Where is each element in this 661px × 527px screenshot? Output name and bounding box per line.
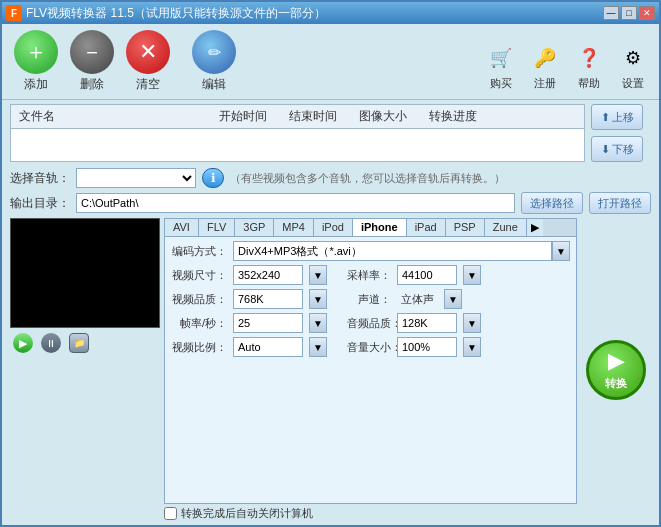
move-down-button[interactable]: ⬇ 下移 [591,136,643,162]
format-tabs: AVI FLV 3GP MP4 iPod iPhone iPad PSP Zun… [164,218,577,236]
file-list-header: 文件名 开始时间 结束时间 图像大小 转换进度 [11,105,584,129]
file-list-body [11,129,584,161]
audio-track-label: 选择音轨： [10,170,70,187]
clear-icon: ✕ [126,30,170,74]
tab-flv[interactable]: FLV [199,219,235,236]
delete-button[interactable]: － 删除 [66,30,118,93]
shutdown-label: 转换完成后自动关闭计算机 [181,506,313,521]
video-quality-spin[interactable]: ▼ [309,289,327,309]
main-window: F FLV视频转换器 11.5（试用版只能转换源文件的一部分） — □ ✕ ＋ … [0,0,661,527]
volume-input[interactable] [397,337,457,357]
tab-zune[interactable]: Zune [485,219,527,236]
toolbar: ＋ 添加 － 删除 ✕ 清空 ✏ 编辑 🛒 购买 🔑 注册 ❓ [2,24,659,100]
codec-input[interactable] [233,241,552,261]
audio-track-row: 选择音轨： ℹ （有些视频包含多个音轨，您可以选择音轨后再转换。） [10,168,651,188]
audio-channel-spin[interactable]: ▼ [444,289,462,309]
help-button[interactable]: ❓ 帮助 [571,42,607,91]
bottom-area: ▶ ⏸ 📁 AVI FLV 3GP MP4 [10,218,651,521]
register-label: 注册 [534,76,556,91]
file-section: 文件名 开始时间 结束时间 图像大小 转换进度 ⬆ 上移 ⬇ 下移 [10,104,651,162]
aspect-ratio-label: 视频比例： [171,340,227,355]
move-up-button[interactable]: ⬆ 上移 [591,104,643,130]
move-up-label: 上移 [612,110,634,125]
minimize-button[interactable]: — [603,6,619,20]
video-size-input[interactable] [233,265,303,285]
settings-label: 设置 [622,76,644,91]
main-content: 文件名 开始时间 结束时间 图像大小 转换进度 ⬆ 上移 ⬇ 下移 [2,100,659,525]
tab-iphone[interactable]: iPhone [353,219,407,236]
move-up-icon: ⬆ [601,111,610,124]
title-bar: F FLV视频转换器 11.5（试用版只能转换源文件的一部分） — □ ✕ [2,2,659,24]
col-filename-header: 文件名 [15,107,215,126]
close-button[interactable]: ✕ [639,6,655,20]
audio-track-info-icon[interactable]: ℹ [202,168,224,188]
convert-button-area: ▶ 转换 [581,218,651,521]
move-down-icon: ⬇ [601,143,610,156]
help-label: 帮助 [578,76,600,91]
register-button[interactable]: 🔑 注册 [527,42,563,91]
add-button[interactable]: ＋ 添加 [10,30,62,93]
codec-control: ▼ [233,241,570,261]
tab-ipod[interactable]: iPod [314,219,353,236]
sample-rate-label: 采样率： [347,268,391,283]
buy-button[interactable]: 🛒 购买 [483,42,519,91]
open-path-button[interactable]: 打开路径 [589,192,651,214]
move-buttons: ⬆ 上移 ⬇ 下移 [591,104,651,162]
col-end-header: 结束时间 [285,107,355,126]
output-row: 输出目录： 选择路径 打开路径 [10,192,651,214]
tab-avi[interactable]: AVI [165,219,199,236]
settings-icon: ⚙ [617,42,649,74]
video-size-row: 视频尺寸： ▼ 采样率： ▼ [171,265,570,285]
edit-button[interactable]: ✏ 编辑 [188,30,240,93]
frame-rate-input[interactable] [233,313,303,333]
buy-icon: 🛒 [485,42,517,74]
shutdown-checkbox[interactable] [164,507,177,520]
frame-rate-row: 帧率/秒： ▼ 音频品质： ▼ [171,313,570,333]
video-quality-input[interactable] [233,289,303,309]
aspect-ratio-input[interactable] [233,337,303,357]
clear-label: 清空 [136,76,160,93]
preview-area: ▶ ⏸ 📁 [10,218,160,521]
preview-controls: ▶ ⏸ 📁 [10,332,160,354]
app-icon: F [6,5,22,21]
audio-quality-spin[interactable]: ▼ [463,313,481,333]
volume-spin[interactable]: ▼ [463,337,481,357]
aspect-ratio-spin[interactable]: ▼ [309,337,327,357]
audio-quality-input[interactable] [397,313,457,333]
select-path-button[interactable]: 选择路径 [521,192,583,214]
buy-label: 购买 [490,76,512,91]
clear-button[interactable]: ✕ 清空 [122,30,174,93]
frame-rate-spin[interactable]: ▼ [309,313,327,333]
codec-spin[interactable]: ▼ [552,241,570,261]
delete-icon: － [70,30,114,74]
pause-button[interactable]: ⏸ [40,332,62,354]
settings-button[interactable]: ⚙ 设置 [615,42,651,91]
stop-button[interactable]: 📁 [68,332,90,354]
tab-mp4[interactable]: MP4 [274,219,314,236]
col-start-header: 开始时间 [215,107,285,126]
maximize-button[interactable]: □ [621,6,637,20]
audio-track-tip: （有些视频包含多个音轨，您可以选择音轨后再转换。） [230,171,505,186]
output-label: 输出目录： [10,195,70,212]
play-button[interactable]: ▶ [12,332,34,354]
audio-channel-label: 声道： [347,292,391,307]
pause-icon: ⏸ [41,333,61,353]
file-list: 文件名 开始时间 结束时间 图像大小 转换进度 [10,104,585,162]
format-settings-panel: 编码方式： ▼ 视频尺寸： ▼ 采样率： ▼ [164,236,577,504]
title-buttons: — □ ✕ [603,6,655,20]
sample-rate-spin[interactable]: ▼ [463,265,481,285]
title-text: FLV视频转换器 11.5（试用版只能转换源文件的一部分） [26,5,603,22]
tab-3gp[interactable]: 3GP [235,219,274,236]
convert-button[interactable]: ▶ 转换 [586,340,646,400]
convert-arrow-icon: ▶ [608,348,625,374]
tab-more[interactable]: ▶ [527,219,543,236]
play-icon: ▶ [13,333,33,353]
sample-rate-input[interactable] [397,265,457,285]
tab-psp[interactable]: PSP [446,219,485,236]
audio-track-select[interactable] [76,168,196,188]
tab-ipad[interactable]: iPad [407,219,446,236]
volume-label: 音量大小： [347,340,391,355]
folder-icon: 📁 [69,333,89,353]
output-path-input[interactable] [76,193,515,213]
video-size-spin[interactable]: ▼ [309,265,327,285]
